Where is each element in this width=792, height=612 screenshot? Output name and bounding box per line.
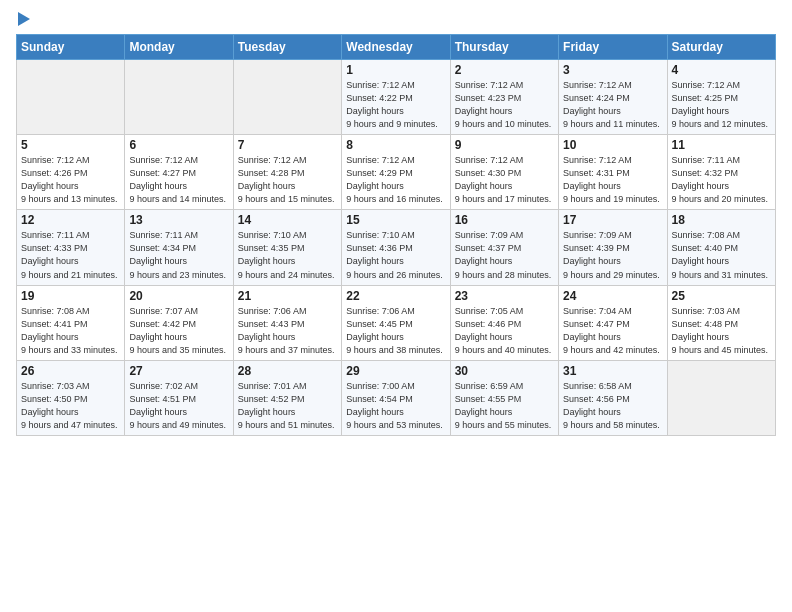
day-number: 9 (455, 138, 554, 152)
day-cell (233, 60, 341, 135)
day-number: 29 (346, 364, 445, 378)
day-number: 15 (346, 213, 445, 227)
day-number: 2 (455, 63, 554, 77)
day-info: Sunrise: 7:11 AMSunset: 4:33 PMDaylight … (21, 229, 120, 281)
day-number: 24 (563, 289, 662, 303)
day-cell (667, 360, 775, 435)
day-cell: 24Sunrise: 7:04 AMSunset: 4:47 PMDayligh… (559, 285, 667, 360)
day-number: 26 (21, 364, 120, 378)
day-number: 1 (346, 63, 445, 77)
day-cell: 23Sunrise: 7:05 AMSunset: 4:46 PMDayligh… (450, 285, 558, 360)
day-info: Sunrise: 7:09 AMSunset: 4:37 PMDaylight … (455, 229, 554, 281)
day-number: 7 (238, 138, 337, 152)
day-info: Sunrise: 7:05 AMSunset: 4:46 PMDaylight … (455, 305, 554, 357)
day-info: Sunrise: 7:00 AMSunset: 4:54 PMDaylight … (346, 380, 445, 432)
day-cell (125, 60, 233, 135)
day-info: Sunrise: 7:12 AMSunset: 4:31 PMDaylight … (563, 154, 662, 206)
day-cell: 22Sunrise: 7:06 AMSunset: 4:45 PMDayligh… (342, 285, 450, 360)
day-info: Sunrise: 7:04 AMSunset: 4:47 PMDaylight … (563, 305, 662, 357)
day-cell: 21Sunrise: 7:06 AMSunset: 4:43 PMDayligh… (233, 285, 341, 360)
day-info: Sunrise: 7:09 AMSunset: 4:39 PMDaylight … (563, 229, 662, 281)
day-info: Sunrise: 7:12 AMSunset: 4:27 PMDaylight … (129, 154, 228, 206)
day-header-sunday: Sunday (17, 35, 125, 60)
day-cell: 15Sunrise: 7:10 AMSunset: 4:36 PMDayligh… (342, 210, 450, 285)
day-cell: 19Sunrise: 7:08 AMSunset: 4:41 PMDayligh… (17, 285, 125, 360)
calendar: SundayMondayTuesdayWednesdayThursdayFrid… (16, 34, 776, 436)
logo (16, 12, 30, 26)
day-cell: 3Sunrise: 7:12 AMSunset: 4:24 PMDaylight… (559, 60, 667, 135)
day-headers-row: SundayMondayTuesdayWednesdayThursdayFrid… (17, 35, 776, 60)
day-cell: 31Sunrise: 6:58 AMSunset: 4:56 PMDayligh… (559, 360, 667, 435)
week-row-1: 1Sunrise: 7:12 AMSunset: 4:22 PMDaylight… (17, 60, 776, 135)
day-info: Sunrise: 7:11 AMSunset: 4:34 PMDaylight … (129, 229, 228, 281)
day-cell: 7Sunrise: 7:12 AMSunset: 4:28 PMDaylight… (233, 135, 341, 210)
week-row-5: 26Sunrise: 7:03 AMSunset: 4:50 PMDayligh… (17, 360, 776, 435)
week-row-2: 5Sunrise: 7:12 AMSunset: 4:26 PMDaylight… (17, 135, 776, 210)
day-info: Sunrise: 7:02 AMSunset: 4:51 PMDaylight … (129, 380, 228, 432)
day-number: 16 (455, 213, 554, 227)
day-info: Sunrise: 7:06 AMSunset: 4:45 PMDaylight … (346, 305, 445, 357)
day-cell: 8Sunrise: 7:12 AMSunset: 4:29 PMDaylight… (342, 135, 450, 210)
day-info: Sunrise: 6:59 AMSunset: 4:55 PMDaylight … (455, 380, 554, 432)
day-cell: 26Sunrise: 7:03 AMSunset: 4:50 PMDayligh… (17, 360, 125, 435)
day-number: 31 (563, 364, 662, 378)
logo-arrow-icon (18, 12, 30, 26)
day-number: 6 (129, 138, 228, 152)
day-cell: 1Sunrise: 7:12 AMSunset: 4:22 PMDaylight… (342, 60, 450, 135)
day-cell: 25Sunrise: 7:03 AMSunset: 4:48 PMDayligh… (667, 285, 775, 360)
day-number: 19 (21, 289, 120, 303)
page: SundayMondayTuesdayWednesdayThursdayFrid… (0, 0, 792, 612)
day-info: Sunrise: 7:06 AMSunset: 4:43 PMDaylight … (238, 305, 337, 357)
day-header-friday: Friday (559, 35, 667, 60)
day-cell: 20Sunrise: 7:07 AMSunset: 4:42 PMDayligh… (125, 285, 233, 360)
day-info: Sunrise: 7:12 AMSunset: 4:26 PMDaylight … (21, 154, 120, 206)
day-number: 4 (672, 63, 771, 77)
day-header-saturday: Saturday (667, 35, 775, 60)
week-row-3: 12Sunrise: 7:11 AMSunset: 4:33 PMDayligh… (17, 210, 776, 285)
day-number: 20 (129, 289, 228, 303)
day-cell: 29Sunrise: 7:00 AMSunset: 4:54 PMDayligh… (342, 360, 450, 435)
day-info: Sunrise: 6:58 AMSunset: 4:56 PMDaylight … (563, 380, 662, 432)
day-cell: 27Sunrise: 7:02 AMSunset: 4:51 PMDayligh… (125, 360, 233, 435)
day-number: 22 (346, 289, 445, 303)
day-info: Sunrise: 7:12 AMSunset: 4:23 PMDaylight … (455, 79, 554, 131)
day-cell: 6Sunrise: 7:12 AMSunset: 4:27 PMDaylight… (125, 135, 233, 210)
day-number: 13 (129, 213, 228, 227)
day-cell: 18Sunrise: 7:08 AMSunset: 4:40 PMDayligh… (667, 210, 775, 285)
day-cell: 4Sunrise: 7:12 AMSunset: 4:25 PMDaylight… (667, 60, 775, 135)
day-cell: 30Sunrise: 6:59 AMSunset: 4:55 PMDayligh… (450, 360, 558, 435)
day-cell: 13Sunrise: 7:11 AMSunset: 4:34 PMDayligh… (125, 210, 233, 285)
day-cell: 10Sunrise: 7:12 AMSunset: 4:31 PMDayligh… (559, 135, 667, 210)
day-cell: 16Sunrise: 7:09 AMSunset: 4:37 PMDayligh… (450, 210, 558, 285)
day-info: Sunrise: 7:10 AMSunset: 4:35 PMDaylight … (238, 229, 337, 281)
day-header-wednesday: Wednesday (342, 35, 450, 60)
day-number: 18 (672, 213, 771, 227)
day-cell: 9Sunrise: 7:12 AMSunset: 4:30 PMDaylight… (450, 135, 558, 210)
day-number: 11 (672, 138, 771, 152)
day-header-thursday: Thursday (450, 35, 558, 60)
day-number: 5 (21, 138, 120, 152)
day-info: Sunrise: 7:11 AMSunset: 4:32 PMDaylight … (672, 154, 771, 206)
day-number: 10 (563, 138, 662, 152)
day-number: 12 (21, 213, 120, 227)
logo-text-block (16, 12, 30, 26)
day-info: Sunrise: 7:08 AMSunset: 4:41 PMDaylight … (21, 305, 120, 357)
day-header-tuesday: Tuesday (233, 35, 341, 60)
day-number: 30 (455, 364, 554, 378)
header (16, 12, 776, 26)
day-number: 21 (238, 289, 337, 303)
day-number: 14 (238, 213, 337, 227)
day-info: Sunrise: 7:01 AMSunset: 4:52 PMDaylight … (238, 380, 337, 432)
day-info: Sunrise: 7:12 AMSunset: 4:29 PMDaylight … (346, 154, 445, 206)
day-cell (17, 60, 125, 135)
day-info: Sunrise: 7:12 AMSunset: 4:30 PMDaylight … (455, 154, 554, 206)
day-info: Sunrise: 7:12 AMSunset: 4:24 PMDaylight … (563, 79, 662, 131)
day-info: Sunrise: 7:08 AMSunset: 4:40 PMDaylight … (672, 229, 771, 281)
day-info: Sunrise: 7:03 AMSunset: 4:50 PMDaylight … (21, 380, 120, 432)
day-cell: 2Sunrise: 7:12 AMSunset: 4:23 PMDaylight… (450, 60, 558, 135)
day-info: Sunrise: 7:10 AMSunset: 4:36 PMDaylight … (346, 229, 445, 281)
day-number: 28 (238, 364, 337, 378)
day-header-monday: Monday (125, 35, 233, 60)
day-cell: 11Sunrise: 7:11 AMSunset: 4:32 PMDayligh… (667, 135, 775, 210)
day-cell: 28Sunrise: 7:01 AMSunset: 4:52 PMDayligh… (233, 360, 341, 435)
